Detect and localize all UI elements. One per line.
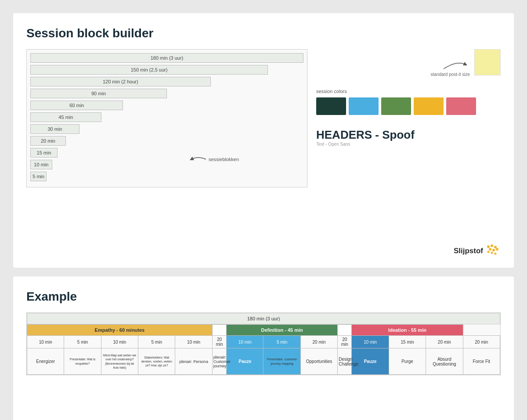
time-20-1: 20 min: [212, 336, 226, 348]
phase-empathy: Empathy - 60 minutes: [27, 325, 213, 336]
bar-15: 15 min: [30, 148, 58, 158]
sessieblokken-annotation: sessieblokken: [189, 155, 239, 164]
logo-text-1: Slijpstof: [454, 247, 483, 255]
swatch-pink: [446, 97, 476, 115]
cell-mindmap: Mind-Map wat weten we over het onderwerp…: [101, 348, 138, 375]
headers-title: HEADERS - Spoof: [316, 128, 501, 142]
cell-design-challenge: Design Challenge: [338, 348, 352, 375]
cell-persona: plenair: Persona: [175, 348, 212, 375]
postit-label: standard post-it size: [431, 72, 470, 77]
content-row: Energizer Presentatie: Wat is empathie? …: [27, 348, 500, 375]
time-row: 10 min 5 min 10 min 5 min 10 min 20 min …: [27, 336, 500, 348]
section-title-1: Session block builder: [26, 26, 501, 40]
bar-150: 150 min (2,5 uur): [30, 65, 268, 75]
svg-point-6: [491, 252, 493, 254]
phase-ideation: Ideation - 55 min: [352, 325, 463, 336]
svg-point-5: [496, 248, 498, 251]
bar-45: 45 min: [30, 112, 101, 122]
svg-point-8: [487, 251, 490, 253]
svg-point-4: [492, 249, 495, 251]
svg-point-2: [494, 246, 497, 248]
bar-30: 30 min: [30, 124, 79, 134]
time-15-1: 15 min: [389, 336, 426, 348]
time-10-3: 10 min: [175, 336, 212, 348]
bar-120: 120 min (2 hour): [30, 77, 211, 86]
swatch-yellow: [414, 97, 444, 115]
right-panel: standard post-it size session colors: [316, 49, 501, 187]
section-example: Example 180 min (3 uur) Empathy - 60 min…: [13, 276, 514, 420]
example-total-bar: 180 min (3 uur): [27, 313, 500, 324]
time-20-5: 20 min: [463, 336, 500, 348]
bar-10: 10 min: [30, 160, 52, 169]
svg-point-7: [495, 253, 497, 255]
postit-visual: [474, 49, 501, 75]
slijpstof-dots-icon-1: [485, 243, 501, 259]
cell-stakeholders: Stakeholders: Wat denken, voelen, weten …: [138, 348, 175, 375]
logo-1: Slijpstof: [454, 243, 501, 259]
phase-gap-1: [212, 325, 226, 336]
postit-arrow-icon: [439, 58, 470, 71]
total-bar: 180 min (3 uur): [30, 53, 303, 63]
time-20-3: 20 min: [338, 336, 352, 348]
section-title-2: Example: [26, 290, 501, 304]
bar-5: 5 min: [30, 172, 47, 181]
time-10-pause1: 10 min: [227, 336, 264, 348]
cell-pauze-1: Pauze: [227, 348, 264, 375]
time-10-pause2: 10 min: [352, 336, 389, 348]
phase-definition: Definition - 45 min: [227, 325, 338, 336]
phase-row: Empathy - 60 minutes Definition - 45 min…: [27, 325, 500, 336]
swatch-dark-teal: [316, 97, 346, 115]
postit-annotation-text: standard post-it size: [431, 49, 470, 77]
phase-gap-2: [338, 325, 352, 336]
bar-60: 60 min: [30, 101, 123, 110]
time-20-2: 20 min: [300, 336, 337, 348]
headers-subtitle: Text - Open Sans: [316, 142, 501, 147]
time-5-pause: 5 min: [264, 336, 300, 348]
logo-dots-1: [485, 243, 501, 259]
bars-container: 180 min (3 uur) 150 min (2,5 uur) 120 mi…: [26, 49, 307, 187]
swatch-blue: [349, 97, 379, 115]
time-5-1: 5 min: [64, 336, 101, 348]
cell-force-fit: Force Fit: [463, 348, 500, 375]
svg-point-3: [489, 248, 491, 251]
bar-20: 20 min: [30, 136, 66, 146]
time-20-4: 20 min: [426, 336, 463, 348]
cell-purge: Purge: [389, 348, 426, 375]
svg-point-1: [491, 244, 493, 247]
example-table-container: 180 min (3 uur) Empathy - 60 minutes Def…: [26, 312, 501, 375]
bar-90: 90 min: [30, 89, 167, 98]
cell-customer-journey: plenair: Customer journey: [212, 348, 226, 375]
colors-label: session colors: [316, 89, 501, 94]
sessieblokken-label: sessieblokken: [209, 157, 239, 162]
headers-demo-area: HEADERS - Spoof Text - Open Sans: [316, 128, 501, 147]
time-10-1: 10 min: [27, 336, 64, 348]
cell-energizer: Energizer: [27, 348, 64, 375]
time-10-2: 10 min: [101, 336, 138, 348]
session-colors-area: session colors: [316, 89, 501, 115]
cell-pres-cj: Presentatie: customer journey mapping: [264, 348, 300, 375]
time-5-2: 5 min: [138, 336, 175, 348]
cell-opportunities: Opportunities: [300, 348, 337, 375]
swatch-green: [381, 97, 411, 115]
svg-point-0: [487, 245, 490, 248]
section-block-builder: Session block builder 180 min (3 uur) 15…: [13, 13, 514, 268]
cell-presentatie: Presentatie: Wat is empathie?: [64, 348, 101, 375]
arrow-icon: [189, 155, 207, 164]
cell-absurd-questioning: Absurd Questioning: [426, 348, 463, 375]
example-table: Empathy - 60 minutes Definition - 45 min…: [27, 324, 500, 375]
postit-area: standard post-it size: [431, 49, 501, 77]
color-swatches-row: [316, 97, 501, 115]
